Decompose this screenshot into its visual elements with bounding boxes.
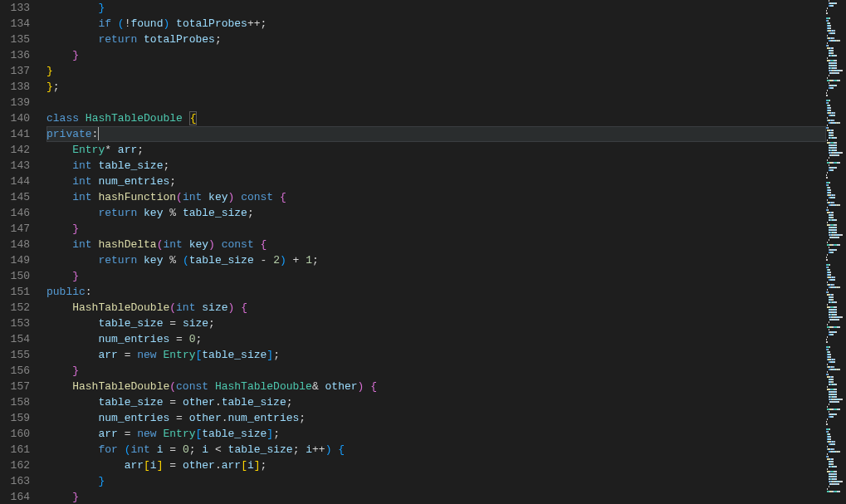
code-line[interactable]: }: [46, 63, 826, 79]
code-line[interactable]: int hashDelta(int key) const {: [46, 237, 826, 252]
token-var: other: [183, 459, 215, 472]
token-sp: [46, 49, 72, 61]
token-var: arr: [98, 349, 117, 361]
token-sp: [46, 412, 98, 424]
token-sp: [46, 349, 98, 361]
code-line[interactable]: int table_size;: [46, 158, 826, 174]
code-line[interactable]: if (!found) totalProbes++;: [46, 16, 826, 32]
token-brace3: ]: [267, 428, 273, 440]
token-var: key: [208, 191, 227, 203]
token-kw: int: [163, 238, 182, 251]
code-line[interactable]: arr[i] = other.arr[i];: [46, 458, 826, 473]
line-number: 143: [0, 158, 30, 174]
token-num: 2: [273, 254, 280, 267]
token-kw: new: [137, 349, 156, 361]
token-op: =: [169, 317, 176, 330]
token-sp: [46, 17, 98, 30]
token-fn: hashFunction: [98, 191, 176, 203]
code-line[interactable]: arr = new Entry[table_size];: [46, 347, 826, 363]
line-number: 135: [0, 32, 30, 47]
token-brace1: }: [46, 81, 53, 93]
code-line[interactable]: for (int i = 0; i < table_size; i++) {: [46, 442, 826, 458]
token-kw: private: [46, 128, 92, 140]
code-area[interactable]: } if (!found) totalProbes++; return tota…: [40, 0, 826, 504]
token-sp: [234, 301, 241, 314]
token-var: found: [130, 17, 163, 30]
code-line[interactable]: HashTableDouble(int size) {: [46, 300, 826, 316]
code-line[interactable]: num_entries = other.num_entries;: [46, 410, 826, 426]
token-sp: [46, 317, 98, 330]
token-op: =: [176, 333, 183, 345]
token-sp: [176, 254, 183, 267]
token-brace2: {: [370, 380, 377, 393]
code-line[interactable]: table_size = other.table_size;: [46, 394, 826, 410]
code-line[interactable]: }: [46, 473, 826, 489]
token-sp: [222, 443, 228, 456]
line-number: 138: [0, 79, 30, 95]
code-line[interactable]: return key % (table_size - 2) + 1;: [46, 252, 826, 268]
code-line[interactable]: return totalProbes;: [46, 32, 826, 47]
token-sp: [254, 238, 261, 251]
token-var: key: [189, 238, 208, 251]
code-line[interactable]: private:: [46, 126, 826, 142]
code-line[interactable]: return key % table_size;: [46, 205, 826, 221]
token-brace2: }: [72, 49, 79, 61]
code-line[interactable]: }: [46, 268, 826, 284]
code-line[interactable]: }: [46, 489, 826, 504]
token-sp: [46, 238, 72, 251]
code-line[interactable]: int hashFunction(int key) const {: [46, 189, 826, 205]
token-sp: [150, 443, 157, 456]
token-var: table_size: [183, 207, 247, 219]
code-line[interactable]: [46, 95, 826, 110]
code-line[interactable]: arr = new Entry[table_size];: [46, 426, 826, 442]
token-pun: ;: [53, 81, 60, 93]
code-line[interactable]: public:: [46, 284, 826, 300]
token-brace2: (: [169, 380, 176, 393]
token-sp: [176, 459, 183, 472]
token-pun: ;: [196, 333, 203, 345]
line-number: 144: [0, 174, 30, 189]
code-line[interactable]: }: [46, 221, 826, 237]
line-number: 159: [0, 410, 30, 426]
code-line[interactable]: Entry* arr;: [46, 142, 826, 158]
token-pun: :: [92, 128, 99, 140]
token-sp: [46, 159, 72, 172]
token-kw: int: [183, 191, 202, 203]
code-line[interactable]: table_size = size;: [46, 316, 826, 331]
code-editor[interactable]: 1331341351361371381391401411421431441451…: [0, 0, 846, 504]
code-line[interactable]: HashTableDouble(const HashTableDouble& o…: [46, 379, 826, 394]
token-sp: [319, 380, 325, 393]
token-sp: [46, 270, 72, 282]
token-sp: [46, 365, 72, 377]
token-pun: ;: [261, 459, 267, 472]
line-number: 157: [0, 379, 30, 394]
minimap[interactable]: [826, 0, 846, 504]
code-line[interactable]: };: [46, 79, 826, 95]
token-var: table_size: [98, 159, 163, 172]
token-sp: [46, 254, 98, 267]
code-line[interactable]: num_entries = 0;: [46, 331, 826, 347]
token-var: table_size: [98, 317, 163, 330]
minimap-row: [826, 491, 846, 493]
token-sp: [254, 254, 261, 267]
token-brace2: (: [169, 301, 176, 314]
token-brace1: }: [46, 65, 53, 77]
token-num: 1: [306, 254, 312, 267]
token-op: %: [169, 207, 176, 219]
token-kw: new: [137, 428, 156, 440]
token-var: num_entries: [98, 412, 169, 424]
token-pun: ;: [137, 144, 144, 156]
token-var: arr: [118, 144, 137, 156]
code-line[interactable]: int num_entries;: [46, 174, 826, 189]
token-pun: ;: [247, 207, 254, 219]
code-line[interactable]: class HashTableDouble {: [46, 110, 826, 126]
token-kw: int: [72, 175, 91, 188]
token-brace2: {: [241, 301, 247, 314]
code-line[interactable]: }: [46, 47, 826, 63]
code-line[interactable]: }: [46, 363, 826, 379]
token-var: other: [183, 396, 215, 409]
code-line[interactable]: }: [46, 0, 826, 16]
token-pun: ;: [163, 159, 169, 172]
token-sp: [46, 491, 72, 503]
token-kw: public: [46, 286, 86, 298]
